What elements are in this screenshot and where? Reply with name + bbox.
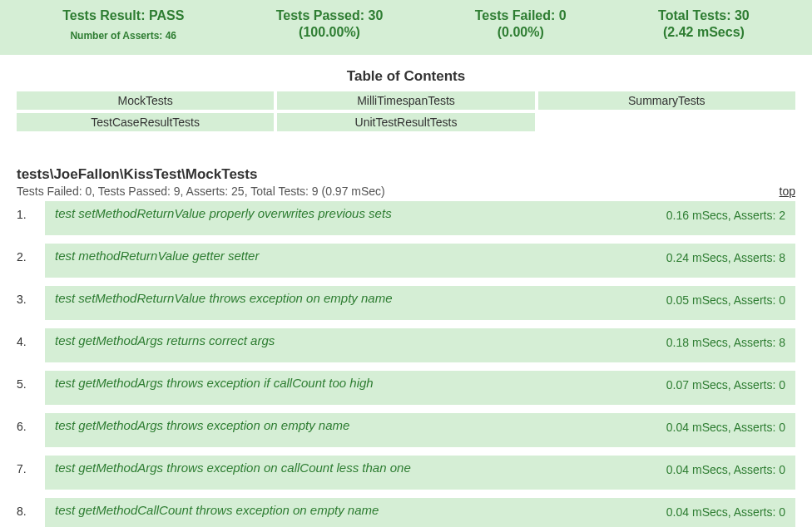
- toc-link-testcaseresulttests[interactable]: TestCaseResultTests: [17, 113, 274, 131]
- test-name: test getMethodArgs throws exception on e…: [55, 418, 349, 432]
- test-row: 7.test getMethodArgs throws exception on…: [17, 456, 795, 490]
- test-name: test getMethodArgs throws exception if c…: [55, 376, 374, 390]
- test-box: test getMethodArgs throws exception if c…: [45, 371, 795, 405]
- top-link[interactable]: top: [780, 185, 795, 198]
- summary-total: Total Tests: 30 (2.42 mSecs): [658, 8, 750, 40]
- test-row: 3.test setMethodReturnValue throws excep…: [17, 286, 795, 320]
- test-box: test setMethodReturnValue throws excepti…: [45, 286, 795, 320]
- test-box: test getMethodCallCount throws exception…: [45, 498, 795, 527]
- tests-passed-label: Tests Passed: 30: [276, 8, 384, 23]
- test-box: test getMethodArgs throws exception on c…: [45, 456, 795, 490]
- section-title: tests\JoeFallon\KissTest\MockTests: [17, 166, 795, 183]
- summary-result: Tests Result: PASS Number of Asserts: 46: [62, 8, 184, 42]
- test-row: 8.test getMethodCallCount throws excepti…: [17, 498, 795, 527]
- asserts-count-label: Number of Asserts: 46: [62, 30, 184, 42]
- test-meta: 0.24 mSecs, Asserts: 8: [656, 249, 785, 264]
- test-row: 2.test methodReturnValue getter setter0.…: [17, 244, 795, 278]
- tests-failed-pct: (0.00%): [475, 25, 567, 40]
- test-meta: 0.18 mSecs, Asserts: 8: [656, 333, 785, 349]
- tests-failed-label: Tests Failed: 0: [475, 8, 567, 23]
- tests-passed-pct: (100.00%): [276, 25, 384, 40]
- test-box: test getMethodArgs throws exception on e…: [45, 413, 795, 447]
- test-meta: 0.05 mSecs, Asserts: 0: [656, 291, 785, 307]
- toc-title: Table of Contents: [17, 68, 795, 85]
- toc-empty-cell: [538, 113, 795, 131]
- test-meta: 0.04 mSecs, Asserts: 0: [656, 503, 785, 519]
- test-name: test getMethodCallCount throws exception…: [55, 503, 379, 517]
- toc-link-unittestresulttests[interactable]: UnitTestResultTests: [277, 113, 534, 131]
- test-name: test getMethodArgs throws exception on c…: [55, 461, 411, 475]
- test-section: tests\JoeFallon\KissTest\MockTests Tests…: [0, 166, 812, 527]
- test-box: test methodReturnValue getter setter0.24…: [45, 244, 795, 278]
- test-number: 3.: [17, 286, 45, 306]
- test-number: 6.: [17, 413, 45, 433]
- test-number: 1.: [17, 201, 45, 221]
- test-meta: 0.04 mSecs, Asserts: 0: [656, 418, 785, 434]
- test-meta: 0.16 mSecs, Asserts: 2: [656, 206, 785, 222]
- test-meta: 0.07 mSecs, Asserts: 0: [656, 376, 785, 392]
- toc-grid: MockTests MilliTimespanTests SummaryTest…: [17, 91, 795, 131]
- section-subtitle: Tests Failed: 0, Tests Passed: 9, Assert…: [17, 185, 385, 198]
- toc-link-summarytests[interactable]: SummaryTests: [538, 91, 795, 110]
- test-box: test setMethodReturnValue properly overw…: [45, 201, 795, 235]
- total-tests-time: (2.42 mSecs): [658, 25, 750, 40]
- test-row: 5.test getMethodArgs throws exception if…: [17, 371, 795, 405]
- total-tests-label: Total Tests: 30: [658, 8, 750, 23]
- test-number: 2.: [17, 244, 45, 264]
- test-number: 4.: [17, 328, 45, 348]
- test-meta: 0.04 mSecs, Asserts: 0: [656, 461, 785, 476]
- test-row: 1.test setMethodReturnValue properly ove…: [17, 201, 795, 235]
- test-list: 1.test setMethodReturnValue properly ove…: [17, 201, 795, 527]
- toc-link-mocktests[interactable]: MockTests: [17, 91, 274, 110]
- test-row: 6.test getMethodArgs throws exception on…: [17, 413, 795, 447]
- test-name: test getMethodArgs returns correct args: [55, 333, 275, 347]
- toc-link-millitimespantests[interactable]: MilliTimespanTests: [277, 91, 534, 110]
- summary-failed: Tests Failed: 0 (0.00%): [475, 8, 567, 40]
- test-row: 4.test getMethodArgs returns correct arg…: [17, 328, 795, 362]
- test-name: test setMethodReturnValue throws excepti…: [55, 291, 393, 305]
- test-number: 8.: [17, 498, 45, 518]
- tests-result-label: Tests Result: PASS: [62, 8, 184, 23]
- test-number: 5.: [17, 371, 45, 391]
- test-name: test methodReturnValue getter setter: [55, 249, 259, 263]
- section-sub-row: Tests Failed: 0, Tests Passed: 9, Assert…: [17, 185, 795, 198]
- test-number: 7.: [17, 456, 45, 475]
- table-of-contents: Table of Contents MockTests MilliTimespa…: [0, 68, 812, 131]
- test-name: test setMethodReturnValue properly overw…: [55, 206, 392, 220]
- test-box: test getMethodArgs returns correct args0…: [45, 328, 795, 362]
- summary-passed: Tests Passed: 30 (100.00%): [276, 8, 384, 40]
- summary-bar: Tests Result: PASS Number of Asserts: 46…: [0, 0, 812, 55]
